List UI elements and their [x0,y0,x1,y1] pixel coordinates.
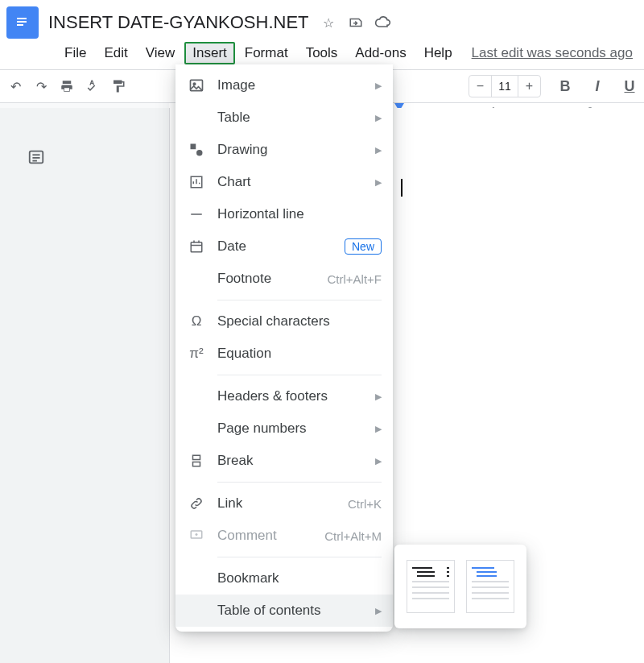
page-numbers-icon [187,419,206,438]
insert-headers-footers[interactable]: Headers & footers ▶ [175,380,393,412]
font-size-increase[interactable]: + [518,76,540,97]
app-header: INSERT DATE-GYANKOSH.NET ☆ [0,0,644,39]
svg-rect-0 [17,18,27,19]
chevron-right-icon: ▶ [375,424,382,434]
insert-equation[interactable]: π² Equation [175,338,393,370]
chevron-right-icon: ▶ [375,177,382,188]
menu-divider [217,375,382,375]
italic-button[interactable]: I [589,78,605,95]
chevron-right-icon: ▶ [375,145,382,155]
image-icon [187,76,206,95]
insert-table-of-contents[interactable]: Table of contents ▶ [175,595,393,627]
menu-addons[interactable]: Add-ons [347,42,414,64]
chevron-right-icon: ▶ [375,456,382,466]
break-icon [187,451,206,470]
insert-table[interactable]: Table ▶ [175,102,393,134]
svg-rect-13 [191,242,202,252]
menu-help[interactable]: Help [416,42,460,64]
cloud-icon[interactable] [375,15,391,31]
insert-drawing[interactable]: Drawing ▶ [175,134,393,166]
toc-icon [187,601,206,620]
shortcut-text: Ctrl+Alt+F [327,272,382,286]
docs-logo[interactable] [6,6,39,39]
font-size-control: − 11 + [469,75,541,97]
insert-page-numbers[interactable]: Page numbers ▶ [175,412,393,445]
link-icon [187,494,206,513]
svg-rect-1 [17,21,27,23]
menu-edit[interactable]: Edit [96,42,135,64]
bold-button[interactable]: B [557,78,573,95]
svg-point-10 [196,150,203,156]
chevron-right-icon: ▶ [375,113,382,123]
insert-comment: Comment Ctrl+Alt+M [175,520,393,552]
chevron-right-icon: ▶ [375,606,382,616]
menu-divider [217,482,382,483]
undo-icon[interactable]: ↶ [6,77,24,95]
insert-break[interactable]: Break ▶ [175,445,393,477]
chart-icon [187,172,206,192]
star-icon[interactable]: ☆ [320,15,336,31]
paint-format-icon[interactable] [109,77,127,95]
text-cursor [401,179,402,197]
font-size-value[interactable]: 11 [492,80,518,93]
insert-chart[interactable]: Chart ▶ [175,166,393,198]
menu-file[interactable]: File [56,42,94,64]
chevron-right-icon: ▶ [375,81,382,91]
footnote-icon [187,269,206,288]
doc-title[interactable]: INSERT DATE-GYANKOSH.NET [48,12,309,33]
toc-option-links[interactable] [466,560,514,613]
redo-icon[interactable]: ↷ [32,77,50,95]
equation-icon: π² [187,344,206,363]
insert-special-characters[interactable]: Ω Special characters [175,305,393,338]
insert-image[interactable]: Image ▶ [175,69,393,102]
chevron-right-icon: ▶ [375,392,382,402]
menu-format[interactable]: Format [237,42,296,64]
shortcut-text: Ctrl+Alt+M [324,529,382,543]
menu-view[interactable]: View [138,42,184,64]
horizontal-line-icon [187,205,206,224]
underline-button[interactable]: U [621,78,638,95]
menu-insert[interactable]: Insert [184,42,235,64]
menu-divider [217,300,382,300]
calendar-icon [187,237,206,256]
outline-toggle-icon[interactable] [27,148,45,169]
font-size-decrease[interactable]: − [469,76,492,97]
insert-footnote[interactable]: Footnote Ctrl+Alt+F [175,263,393,295]
svg-rect-9 [191,144,196,150]
comment-icon [187,526,206,545]
print-icon[interactable] [58,77,76,95]
insert-date[interactable]: Date New [175,230,393,263]
last-edit-link[interactable]: Last edit was seconds ago [472,45,633,61]
svg-rect-2 [17,24,23,26]
menu-tools[interactable]: Tools [298,42,346,64]
toc-option-numbered[interactable] [407,560,455,613]
bookmark-icon [187,569,206,588]
headers-icon [187,387,206,406]
insert-horizontal-line[interactable]: Horizontal line [175,198,393,230]
move-icon[interactable] [348,15,364,31]
spellcheck-icon[interactable] [84,77,101,95]
table-icon [187,108,206,127]
new-badge: New [345,238,382,255]
insert-link[interactable]: Link Ctrl+K [175,487,393,520]
svg-point-8 [193,83,196,85]
toc-submenu [394,545,526,628]
shortcut-text: Ctrl+K [348,497,382,511]
drawing-icon [187,140,206,160]
insert-bookmark[interactable]: Bookmark [175,562,393,595]
omega-icon: Ω [187,312,206,331]
insert-dropdown: Image ▶ Table ▶ Drawing ▶ Chart ▶ Horizo… [175,64,393,632]
menu-divider [217,557,382,557]
